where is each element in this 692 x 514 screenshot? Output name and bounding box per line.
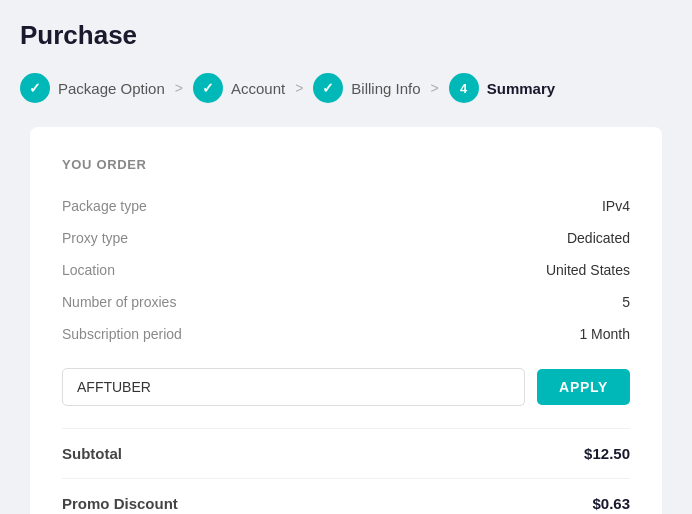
step-circle-account (193, 73, 223, 103)
step-label-account: Account (231, 80, 285, 97)
step-billing-info[interactable]: Billing Info (313, 73, 420, 103)
value-package-type: IPv4 (602, 198, 630, 214)
promo-code-input[interactable] (62, 368, 525, 406)
apply-promo-button[interactable]: APPLY (537, 369, 630, 405)
label-subscription: Subscription period (62, 326, 182, 342)
label-location: Location (62, 262, 115, 278)
value-proxies: 5 (622, 294, 630, 310)
section-title: YOU ORDER (62, 157, 630, 172)
value-proxy-type: Dedicated (567, 230, 630, 246)
step-circle-billing-info (313, 73, 343, 103)
order-row-location: Location United States (62, 254, 630, 286)
promo-discount-label: Promo Discount (62, 495, 178, 512)
page-title: Purchase (20, 20, 672, 51)
stepper: Package Option > Account > Billing Info … (20, 73, 672, 103)
order-row-proxy-type: Proxy type Dedicated (62, 222, 630, 254)
arrow-3: > (431, 80, 439, 96)
subtotal-value: $12.50 (584, 445, 630, 462)
arrow-2: > (295, 80, 303, 96)
order-card: YOU ORDER Package type IPv4 Proxy type D… (30, 127, 662, 514)
order-row-package-type: Package type IPv4 (62, 190, 630, 222)
label-package-type: Package type (62, 198, 147, 214)
label-proxy-type: Proxy type (62, 230, 128, 246)
order-row-subscription: Subscription period 1 Month (62, 318, 630, 350)
step-label-package-option: Package Option (58, 80, 165, 97)
step-label-billing-info: Billing Info (351, 80, 420, 97)
value-subscription: 1 Month (579, 326, 630, 342)
divider-1 (62, 428, 630, 429)
value-location: United States (546, 262, 630, 278)
label-proxies: Number of proxies (62, 294, 176, 310)
step-label-summary: Summary (487, 80, 555, 97)
promo-discount-row: Promo Discount $0.63 (62, 483, 630, 514)
subtotal-label: Subtotal (62, 445, 122, 462)
step-circle-summary: 4 (449, 73, 479, 103)
promo-discount-value: $0.63 (592, 495, 630, 512)
order-row-proxies: Number of proxies 5 (62, 286, 630, 318)
subtotal-row: Subtotal $12.50 (62, 433, 630, 474)
divider-2 (62, 478, 630, 479)
promo-row: APPLY (62, 368, 630, 406)
arrow-1: > (175, 80, 183, 96)
step-summary[interactable]: 4 Summary (449, 73, 555, 103)
step-account[interactable]: Account (193, 73, 285, 103)
step-package-option[interactable]: Package Option (20, 73, 165, 103)
step-circle-package-option (20, 73, 50, 103)
